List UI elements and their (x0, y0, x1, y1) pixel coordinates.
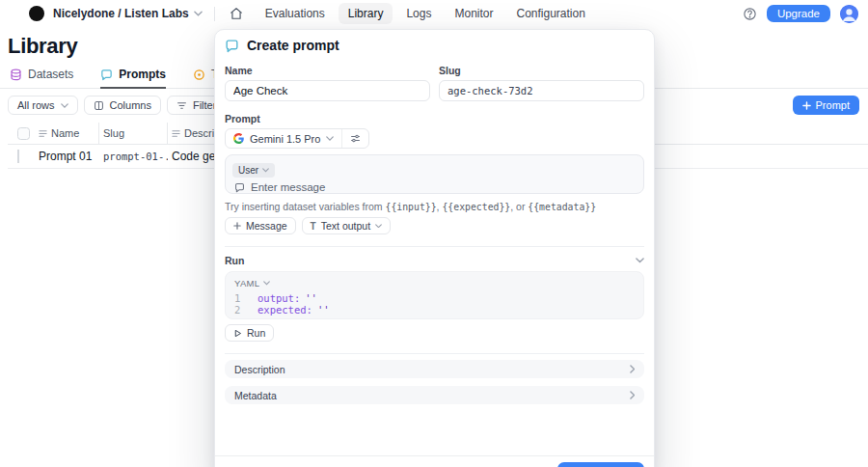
modal-header: Create prompt (225, 38, 644, 53)
select-all-checkbox[interactable] (17, 127, 30, 140)
slug-field[interactable] (439, 80, 644, 101)
model-name: Gemini 1.5 Pro (250, 133, 320, 145)
chat-icon (100, 69, 113, 81)
row-slug: prompt-01-... (99, 151, 168, 162)
slug-label: Slug (439, 65, 644, 76)
top-navbar: Nicelydone / Listen Labs Evaluations Lib… (0, 0, 868, 27)
model-settings-button[interactable] (341, 129, 368, 148)
description-section-toggle[interactable]: Description (225, 360, 644, 378)
nav-item-evaluations[interactable]: Evaluations (256, 3, 335, 24)
navbar-right: Upgrade (743, 5, 858, 23)
tab-datasets[interactable]: Datasets (10, 68, 73, 89)
variable-metadata: {{metadata}} (528, 202, 596, 212)
model-selector[interactable]: Gemini 1.5 Pro (226, 129, 341, 148)
upgrade-button[interactable]: Upgrade (767, 5, 830, 22)
chevron-down-icon (61, 103, 68, 108)
row-checkbox[interactable] (17, 150, 19, 163)
add-message-button[interactable]: Message (225, 217, 296, 234)
tool-icon (193, 69, 205, 81)
chevron-right-icon (630, 391, 636, 399)
app-logo-icon (29, 6, 44, 21)
google-icon (233, 133, 244, 144)
text-column-icon (172, 129, 180, 138)
prompt-section-label: Prompt (225, 113, 644, 124)
app-window: Nicelydone / Listen Labs Evaluations Lib… (0, 0, 868, 467)
chevron-down-icon (194, 11, 203, 16)
variables-hint: Try inserting dataset variables from {{i… (225, 201, 644, 212)
rows-filter-dropdown[interactable]: All rows (8, 96, 78, 115)
section-divider (225, 246, 644, 247)
avatar[interactable] (840, 5, 858, 23)
name-label: Name (225, 65, 430, 76)
section-divider (225, 353, 644, 354)
modal-footer (215, 455, 654, 467)
home-button[interactable] (227, 4, 246, 23)
variable-input: {{input}} (386, 202, 437, 212)
nav-item-configuration[interactable]: Configuration (506, 3, 594, 24)
row-name: Prompt 01 (35, 150, 99, 163)
home-icon (230, 7, 243, 20)
chat-icon (225, 39, 239, 53)
plus-icon (802, 101, 811, 110)
nav-item-logs[interactable]: Logs (396, 3, 441, 24)
chevron-down-icon (262, 168, 269, 173)
help-icon[interactable] (743, 7, 757, 21)
nav-items: Evaluations Library Logs Monitor Configu… (256, 3, 595, 24)
message-role-dropdown[interactable]: User (232, 163, 275, 178)
columns-icon (94, 100, 104, 111)
chat-icon (234, 182, 245, 193)
column-header-name[interactable]: Name (35, 123, 99, 144)
code-lines: 1 output:'' 2 expected:'' (234, 293, 635, 316)
code-line: 2 expected:'' (234, 305, 635, 316)
run-section-header[interactable]: Run (225, 255, 644, 266)
column-header-slug[interactable]: Slug (99, 123, 168, 144)
run-button[interactable]: Run (225, 324, 274, 342)
play-icon (233, 329, 242, 338)
nav-item-monitor[interactable]: Monitor (445, 3, 502, 24)
output-type-dropdown[interactable]: T Text output (302, 217, 391, 234)
plus-icon (233, 222, 241, 230)
chevron-down-icon[interactable] (636, 258, 644, 263)
new-prompt-button[interactable]: Prompt (793, 96, 859, 115)
navbar-divider (214, 7, 215, 21)
message-editor[interactable]: User Enter message (225, 154, 644, 194)
chevron-down-icon (263, 281, 270, 286)
sliders-icon (350, 133, 361, 144)
variable-expected: {{expected}} (442, 202, 510, 212)
modal-title: Create prompt (247, 38, 339, 53)
name-field[interactable] (225, 80, 430, 101)
run-section-label: Run (225, 255, 244, 266)
editor-language-dropdown[interactable]: YAML (234, 278, 635, 288)
message-input[interactable]: Enter message (232, 181, 637, 193)
message-placeholder: Enter message (251, 181, 325, 193)
filter-icon (176, 100, 187, 111)
create-prompt-modal: Create prompt Name Slug Prompt Gemini 1.… (214, 29, 655, 467)
text-column-icon (39, 129, 47, 138)
model-selector-group: Gemini 1.5 Pro (225, 128, 369, 149)
message-actions: Message T Text output (225, 217, 644, 234)
chevron-down-icon (375, 224, 382, 229)
yaml-editor[interactable]: YAML 1 output:'' 2 expected:'' (225, 271, 644, 319)
database-icon (10, 69, 22, 81)
metadata-section-toggle[interactable]: Metadata (225, 386, 644, 404)
org-switcher[interactable]: Nicelydone / Listen Labs (53, 7, 189, 20)
modal-submit-button[interactable] (557, 462, 644, 467)
chevron-down-icon (326, 136, 334, 141)
columns-button[interactable]: Columns (84, 96, 161, 115)
tab-prompts[interactable]: Prompts (100, 68, 166, 89)
text-type-icon: T (311, 221, 316, 232)
chevron-right-icon (630, 365, 636, 373)
nav-item-library[interactable]: Library (339, 3, 393, 24)
name-slug-fields: Name Slug (225, 65, 644, 101)
